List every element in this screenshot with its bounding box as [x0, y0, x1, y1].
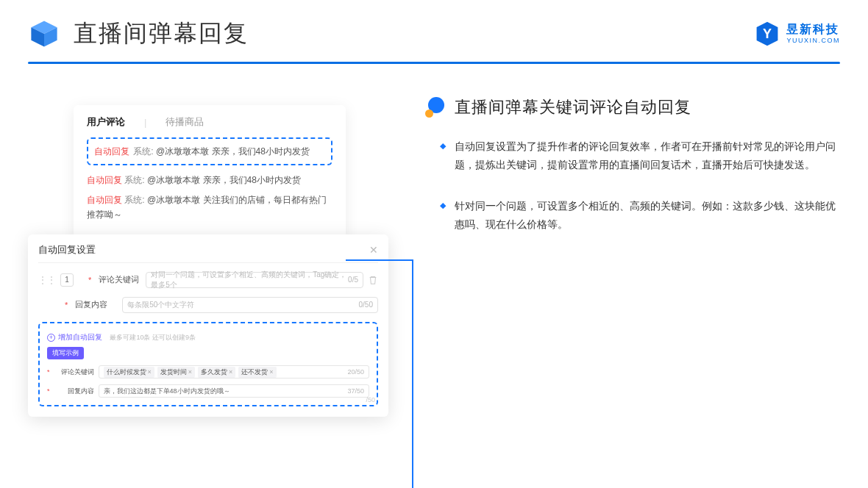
section-title: 直播间弹幕关键词评论自动回复	[455, 96, 691, 118]
rule-number: 1	[60, 273, 74, 287]
reply-input[interactable]: 每条限50个中文字符 0/50	[122, 297, 378, 313]
tab-comments[interactable]: 用户评论	[87, 115, 125, 129]
example-keyword-input[interactable]: 什么时候发货×发货时间×多久发货×还不发货× 20/50	[99, 365, 369, 378]
logo-en: YUUXIN.COM	[786, 37, 840, 44]
bullet-1: 自动回复设置为了提升作者的评论回复效率，作者可在开播前针对常见的评论用户问题，提…	[440, 137, 840, 173]
settings-title: 自动回复设置	[38, 243, 96, 256]
tag-chip[interactable]: 发货时间×	[157, 367, 195, 378]
example-reply-input[interactable]: 亲，我们这边都是下单48小时内发货的哦～ 37/50	[99, 384, 369, 398]
tag-chip[interactable]: 多久发货×	[198, 367, 235, 378]
close-icon[interactable]: ✕	[369, 244, 378, 256]
auto-reply-settings-panel: 自动回复设置 ✕ ⋮⋮ 1 * 评论关键词 对同一个问题，可设置多个相近、高频的…	[28, 234, 388, 417]
tag-chip[interactable]: 还不发货×	[238, 367, 276, 378]
reply-label: 回复内容	[75, 299, 118, 310]
example-block: +增加自动回复 最多可建10条 还可以创建9条 填写示例 * 评论关键词 什么时…	[38, 322, 378, 407]
add-reply-link[interactable]: +增加自动回复	[47, 332, 102, 342]
page-title: 直播间弹幕回复	[74, 18, 249, 50]
connector-line	[412, 259, 413, 488]
logo-cn: 昱新科技	[786, 24, 840, 35]
keyword-label: 评论关键词	[99, 274, 141, 285]
brand-logo: Y 昱新科技 YUUXIN.COM	[754, 21, 840, 47]
comments-panel: 用户评论 | 待播商品 自动回复 系统: @冰墩墩本墩 亲亲，我们48小时内发货…	[74, 105, 346, 242]
drag-handle-icon[interactable]: ⋮⋮	[38, 276, 56, 284]
connector-line	[346, 259, 412, 261]
tag-chip[interactable]: 什么时候发货×	[104, 367, 154, 378]
trash-icon[interactable]	[368, 275, 378, 285]
bullet-icon	[425, 97, 446, 118]
keyword-input[interactable]: 对同一个问题，可设置多个相近、高频的关键词，Tag确定，最多5个 0/5	[146, 272, 363, 288]
svg-text:Y: Y	[763, 26, 772, 41]
bullet-2: 针对同一个问题，可设置多个相近的、高频的关键词。例如：这款多少钱、这块能优惠吗、…	[440, 197, 840, 233]
tab-products[interactable]: 待播商品	[166, 115, 204, 129]
cube-icon	[28, 18, 60, 50]
example-badge: 填写示例	[47, 347, 84, 359]
highlighted-message: 自动回复 系统: @冰墩墩本墩 亲亲，我们48小时内发货	[87, 137, 332, 165]
